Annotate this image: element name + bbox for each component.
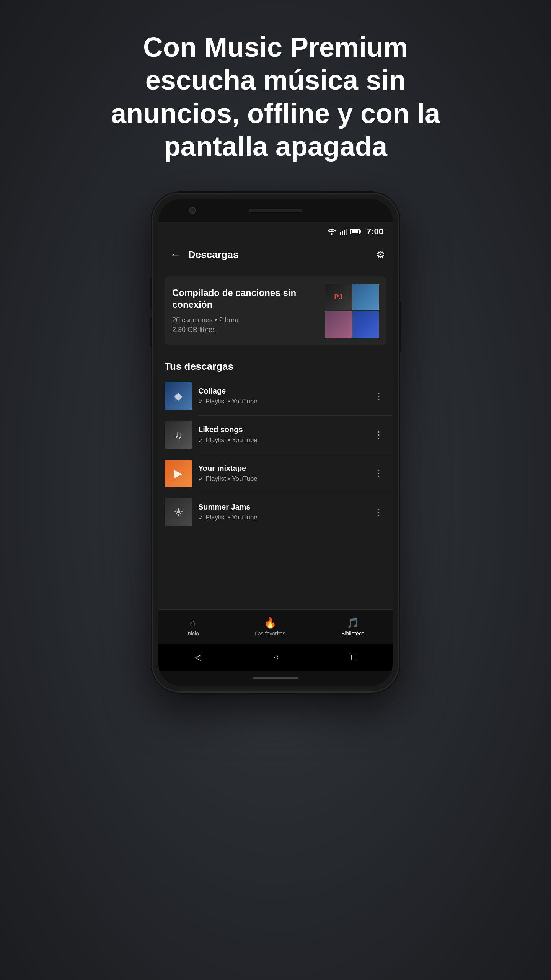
- status-time: 7:00: [367, 227, 383, 237]
- back-button[interactable]: ←: [166, 245, 184, 265]
- playlist-meta-liked: ✓ Playlist • YouTube: [198, 436, 365, 444]
- playlist-meta-collage: ✓ Playlist • YouTube: [198, 398, 365, 405]
- svg-rect-2: [342, 231, 343, 235]
- playlist-info-summer: Summer Jams ✓ Playlist • YouTube: [198, 503, 365, 521]
- art-cell-1: [325, 284, 352, 310]
- app-header: ← Descargas ⚙: [158, 241, 393, 269]
- signal-icon: [340, 229, 347, 235]
- inicio-icon: ⌂: [190, 617, 196, 629]
- home-nav-button[interactable]: ○: [266, 648, 286, 666]
- favoritas-label: Las favoritas: [255, 630, 285, 637]
- playlist-type-liked: Playlist • YouTube: [205, 436, 258, 444]
- favoritas-icon: 🔥: [264, 617, 276, 629]
- phone-notch: [158, 199, 393, 222]
- playlist-name-liked: Liked songs: [198, 425, 365, 434]
- settings-button[interactable]: ⚙: [376, 249, 385, 261]
- playlist-thumb-summer: [165, 498, 192, 526]
- banner-text: Compilado de canciones sin conexión 20 c…: [172, 287, 319, 335]
- offline-banner[interactable]: Compilado de canciones sin conexión 20 c…: [165, 276, 386, 345]
- playlist-item-liked[interactable]: Liked songs ✓ Playlist • YouTube ⋮: [158, 416, 393, 454]
- playlist-name-collage: Collage: [198, 387, 365, 395]
- section-header: Tus descargas: [158, 353, 393, 377]
- playlist-thumb-collage: [165, 382, 192, 410]
- playlist-type-summer: Playlist • YouTube: [205, 514, 258, 521]
- more-button-liked[interactable]: ⋮: [371, 426, 386, 443]
- nav-item-biblioteca[interactable]: 🎵 Biblioteca: [334, 614, 372, 640]
- page-title: Descargas: [188, 249, 376, 261]
- playlist-item-summer[interactable]: Summer Jams ✓ Playlist • YouTube ⋮: [158, 493, 393, 531]
- phone-mockup: 7:00 ← Descargas ⚙ Compilado de cancione…: [153, 194, 398, 691]
- status-icons: 7:00: [328, 227, 383, 237]
- power-button: [399, 301, 401, 351]
- more-button-collage[interactable]: ⋮: [371, 388, 386, 405]
- more-button-mixtape[interactable]: ⋮: [371, 465, 386, 482]
- recent-nav-button[interactable]: □: [344, 648, 364, 666]
- phone-screen: 7:00 ← Descargas ⚙ Compilado de cancione…: [158, 199, 393, 686]
- biblioteca-label: Biblioteca: [341, 630, 365, 637]
- phone-speaker: [249, 209, 302, 212]
- playlist-thumb-liked: [165, 421, 192, 449]
- playlist-meta-mixtape: ✓ Playlist • YouTube: [198, 475, 365, 483]
- volume-up-button: [150, 278, 152, 309]
- android-nav-bar: ◁ ○ □: [158, 644, 393, 671]
- back-nav-button[interactable]: ◁: [187, 648, 209, 666]
- biblioteca-icon: 🎵: [347, 617, 359, 629]
- home-indicator: [158, 671, 393, 686]
- playlist-info-liked: Liked songs ✓ Playlist • YouTube: [198, 425, 365, 444]
- playlist-type-mixtape: Playlist • YouTube: [205, 475, 258, 483]
- home-bar: [253, 677, 298, 679]
- banner-subtitle-2: 2.30 GB libres: [172, 325, 319, 335]
- app-content: Compilado de canciones sin conexión 20 c…: [158, 269, 393, 609]
- nav-item-favoritas[interactable]: 🔥 Las favoritas: [247, 614, 293, 640]
- banner-title: Compilado de canciones sin conexión: [172, 287, 319, 310]
- svg-rect-1: [340, 232, 341, 235]
- bottom-navigation: ⌂ Inicio 🔥 Las favoritas 🎵 Biblioteca: [158, 609, 393, 644]
- downloaded-icon-liked: ✓: [198, 437, 203, 444]
- art-cell-4: [352, 311, 379, 338]
- banner-art: [325, 284, 379, 338]
- more-button-summer[interactable]: ⋮: [371, 504, 386, 521]
- playlist-name-summer: Summer Jams: [198, 503, 365, 511]
- playlist-item-mixtape[interactable]: Your mixtape ✓ Playlist • YouTube ⋮: [158, 454, 393, 493]
- playlist-name-mixtape: Your mixtape: [198, 464, 365, 473]
- downloaded-icon-collage: ✓: [198, 398, 203, 405]
- status-bar: 7:00: [158, 222, 393, 241]
- svg-rect-3: [344, 230, 345, 235]
- svg-rect-4: [346, 229, 347, 235]
- inicio-label: Inicio: [186, 630, 199, 637]
- nav-item-inicio[interactable]: ⌂ Inicio: [179, 614, 207, 640]
- playlist-info-mixtape: Your mixtape ✓ Playlist • YouTube: [198, 464, 365, 483]
- playlist-type-collage: Playlist • YouTube: [205, 398, 258, 405]
- section-title: Tus descargas: [165, 361, 386, 372]
- battery-icon: [350, 229, 360, 234]
- banner-subtitle-1: 20 canciones • 2 hora: [172, 315, 319, 325]
- wifi-icon: [328, 229, 336, 235]
- downloaded-icon-mixtape: ✓: [198, 475, 203, 483]
- playlist-thumb-mixtape: [165, 460, 192, 487]
- art-cell-3: [325, 311, 352, 338]
- art-cell-2: [352, 284, 379, 310]
- front-camera: [189, 207, 196, 214]
- headline-text: Con Music Premium escucha música sin anu…: [46, 0, 505, 186]
- phone-frame: 7:00 ← Descargas ⚙ Compilado de cancione…: [153, 194, 398, 691]
- playlist-info-collage: Collage ✓ Playlist • YouTube: [198, 387, 365, 405]
- playlist-meta-summer: ✓ Playlist • YouTube: [198, 514, 365, 521]
- playlist-item-collage[interactable]: Collage ✓ Playlist • YouTube ⋮: [158, 377, 393, 415]
- downloaded-icon-summer: ✓: [198, 514, 203, 521]
- svg-point-0: [331, 233, 333, 235]
- volume-down-button: [150, 316, 152, 347]
